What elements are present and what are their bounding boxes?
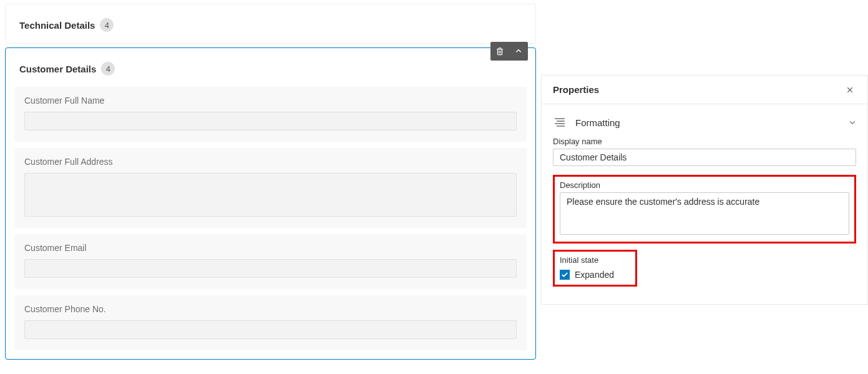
- field-group[interactable]: Customer Phone No.: [14, 295, 527, 350]
- delete-button[interactable]: [490, 42, 509, 61]
- display-name-input[interactable]: [553, 149, 856, 166]
- panel-title: Properties: [553, 84, 599, 95]
- chevron-up-icon: [515, 47, 522, 55]
- field-label: Customer Email: [24, 243, 517, 253]
- field-label: Customer Phone No.: [24, 304, 517, 314]
- field-input[interactable]: [24, 173, 517, 217]
- section-technical-details[interactable]: Technical Details 4: [5, 4, 536, 44]
- field-input[interactable]: [24, 320, 517, 339]
- properties-panel: Properties Formatting: [541, 75, 868, 305]
- collapse-button[interactable]: [509, 42, 528, 61]
- section-title: Technical Details: [19, 20, 95, 31]
- chevron-down-icon: [849, 119, 856, 126]
- section-action-bar: [490, 42, 528, 61]
- formatting-label: Formatting: [575, 117, 620, 128]
- section-title: Customer Details: [19, 64, 96, 74]
- close-icon: [846, 86, 856, 94]
- field-group[interactable]: Customer Full Address: [14, 148, 527, 228]
- field-group[interactable]: Customer Email: [14, 234, 527, 289]
- display-name-block: Display name: [553, 137, 856, 166]
- expanded-label: Expanded: [575, 270, 614, 280]
- expanded-checkbox[interactable]: [560, 270, 570, 280]
- formatting-section-header[interactable]: Formatting: [553, 113, 856, 137]
- formatting-icon: [553, 117, 567, 128]
- section-customer-details[interactable]: Customer Details 4 Customer Full Name Cu…: [5, 47, 536, 360]
- initial-state-label: Initial state: [560, 255, 630, 265]
- description-input[interactable]: [560, 192, 849, 235]
- section-body: Customer Full Name Customer Full Address…: [6, 87, 535, 359]
- field-input[interactable]: [24, 112, 517, 130]
- field-group[interactable]: Customer Full Name: [14, 87, 527, 142]
- description-highlight: Description: [553, 175, 856, 244]
- trash-icon: [495, 47, 504, 56]
- field-label: Customer Full Address: [24, 157, 517, 167]
- display-name-label: Display name: [553, 137, 856, 146]
- count-badge: 4: [101, 62, 115, 76]
- initial-state-highlight: Initial state Expanded: [553, 250, 637, 287]
- panel-header: Properties: [542, 76, 867, 104]
- description-label: Description: [560, 180, 849, 190]
- count-badge: 4: [100, 18, 114, 32]
- field-label: Customer Full Name: [24, 96, 517, 106]
- close-button[interactable]: [846, 86, 856, 94]
- check-icon: [561, 271, 568, 278]
- field-input[interactable]: [24, 259, 517, 278]
